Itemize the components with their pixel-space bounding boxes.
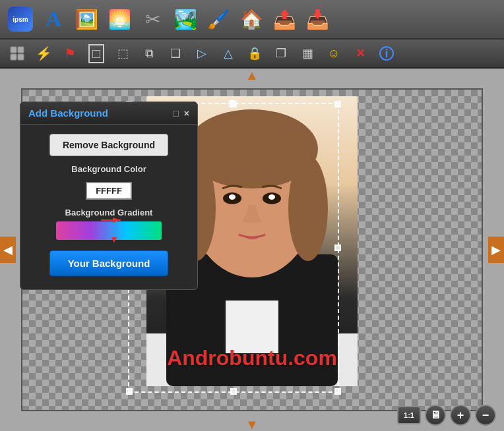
zoom-in-button[interactable]: + [450,405,471,426]
add-background-panel: Add Background □ × Remove Background Bac… [20,101,198,290]
smile-icon[interactable]: ☺ [322,42,346,65]
close-red-icon[interactable]: ✕ [348,42,372,65]
checker-pattern-icon[interactable]: ▦ [296,42,319,65]
scissors-icon[interactable]: ✂ [137,4,168,34]
second-toolbar: ⚡ ⚑ □ ⬚ ⧉ ❑ ▷ △ 🔒 ❐ ▦ ☺ ✕ i [0,40,504,69]
logo-text: ipsm [13,16,28,23]
gradient-picker[interactable]: ▼ [56,221,162,240]
bg-color-label: Background Color [31,164,187,174]
nav-left-arrow[interactable]: ◀ [0,237,16,263]
gradient-row: Background Gradient ▼ [31,208,187,240]
bottom-controls: 1:1 🖥 + − [397,405,496,426]
photo-icon[interactable]: 🏞️ [170,4,201,34]
copy-icon[interactable]: ❐ [269,42,293,65]
zoom-out-button[interactable]: − [475,405,496,426]
home-icon[interactable]: 🏠 [236,4,267,34]
arrow-up-icon[interactable]: △ [216,42,240,65]
panel-title: Add Background [28,107,108,119]
text-tool-icon[interactable]: A [38,4,69,34]
nav-right-arrow[interactable]: ▶ [488,237,504,263]
upload-icon[interactable]: 📤 [269,4,299,34]
dotted-square-icon[interactable]: ⬚ [111,42,135,65]
remove-background-button[interactable]: Remove Background [49,134,168,156]
svg-rect-0 [11,47,16,53]
lightning-icon[interactable]: ⚡ [32,42,55,65]
main-canvas-area: ▲ ◀ [0,69,504,431]
watermark-text: Androbuntu.com [167,346,337,370]
landscape-icon[interactable]: 🌅 [104,4,135,34]
app-logo[interactable]: ipsm [5,4,36,34]
svg-rect-3 [18,54,24,60]
layer-icon[interactable]: ❑ [164,42,187,65]
crop-icon[interactable]: ⧉ [137,42,161,65]
target-icon[interactable] [5,42,29,65]
image-tool-icon[interactable]: 🖼️ [71,4,102,34]
color-value-input[interactable]: FFFFF [86,182,132,200]
svg-point-16 [229,194,236,200]
panel-header: Add Background □ × [20,102,197,125]
arrow-right-icon[interactable]: ▷ [190,42,214,65]
svg-rect-2 [11,54,16,60]
lock-icon[interactable]: 🔒 [243,42,267,65]
svg-point-17 [268,194,275,200]
square-outline-icon[interactable]: □ [84,42,108,65]
panel-minimize-icon[interactable]: □ [173,108,178,119]
scroll-up-arrow[interactable]: ▲ [241,69,263,82]
download-icon[interactable]: 📥 [302,4,332,34]
color-input-row: FFFFF [86,182,132,200]
ratio-button[interactable]: 1:1 [397,406,421,424]
info-icon[interactable]: i [375,42,398,65]
flag-red-icon[interactable]: ⚑ [58,42,82,65]
tools-icon[interactable]: 🖌️ [203,4,234,34]
rotate-handle[interactable]: ⊙ [227,96,237,111]
panel-close-button[interactable]: × [184,108,189,119]
svg-rect-1 [18,47,24,53]
top-toolbar: ipsm A 🖼️ 🌅 ✂ 🏞️ 🖌️ 🏠 📤 📥 [0,0,504,40]
panel-body: Remove Background Background Color FFFFF… [20,125,197,279]
panel-header-icons: □ × [173,108,189,119]
svg-rect-6 [226,301,278,353]
monitor-button[interactable]: 🖥 [425,405,446,426]
your-background-button[interactable]: Your Background [49,250,168,276]
svg-rect-13 [295,156,315,241]
scroll-down-arrow[interactable]: ▼ [241,418,263,431]
